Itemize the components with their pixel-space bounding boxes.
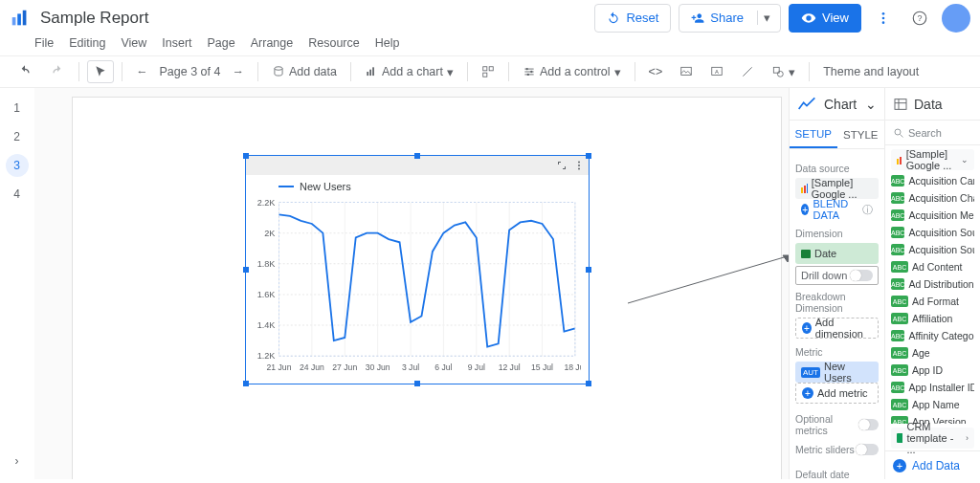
field-item[interactable]: ABCApp Installer ID [891, 379, 974, 396]
svg-text:1.8K: 1.8K [257, 259, 276, 269]
svg-text:30 Jun: 30 Jun [366, 362, 390, 372]
more-vert-icon[interactable] [573, 160, 585, 171]
drill-down-toggle[interactable] [850, 270, 873, 281]
redo-icon [50, 64, 65, 79]
selected-chart[interactable]: New Users 2.2K2K1.8K1.6K1.4K1.2K21 Jun24… [245, 155, 590, 384]
shape-button[interactable]: ▾ [766, 61, 801, 83]
optional-metrics-toggle[interactable] [858, 419, 879, 430]
field-item[interactable]: ABCAcquisition Sourc... [891, 241, 974, 258]
selection-tool[interactable] [87, 60, 114, 83]
svg-point-8 [275, 67, 282, 71]
eye-icon [801, 11, 816, 26]
pages-expand-button[interactable]: › [10, 450, 25, 472]
more-options-button[interactable] [869, 4, 898, 33]
text-button[interactable]: A [704, 61, 729, 82]
svg-rect-66 [895, 99, 906, 109]
expand-icon[interactable] [556, 160, 568, 171]
add-dimension-button[interactable]: +Add dimension [795, 318, 879, 339]
toolbar: ← Page 3 of 4 → Add data Add a chart ▾ A… [0, 55, 980, 88]
next-page-button[interactable]: → [226, 61, 250, 82]
svg-line-60 [628, 255, 789, 303]
image-icon [679, 65, 693, 78]
field-item[interactable]: ABCAge [891, 344, 974, 362]
svg-point-17 [527, 74, 529, 76]
page-thumb-1[interactable]: 1 [6, 97, 29, 120]
line-chart: 2.2K2K1.8K1.6K1.4K1.2K21 Jun24 Jun27 Jun… [250, 196, 581, 376]
svg-point-25 [578, 165, 580, 166]
field-item[interactable]: ABCAffiliation [891, 310, 974, 327]
page-thumb-4[interactable]: 4 [6, 183, 29, 206]
field-item[interactable]: ABCApp Name [891, 396, 974, 413]
dimension-chip[interactable]: Date [795, 243, 879, 264]
line-button[interactable] [735, 61, 760, 82]
image-button[interactable] [674, 61, 699, 82]
theme-layout-button[interactable]: Theme and layout [817, 61, 924, 82]
add-chart-button[interactable]: Add a chart ▾ [359, 61, 459, 83]
metric-sliders-toggle[interactable] [856, 444, 879, 455]
menu-editing[interactable]: Editing [69, 36, 105, 50]
document-title[interactable]: Sample Report [40, 9, 148, 28]
field-item[interactable]: ABCAffinity Category (... [891, 327, 974, 344]
field-item[interactable]: ABCAcquisition Source [891, 224, 974, 241]
svg-marker-61 [783, 255, 789, 262]
data-source-row[interactable]: [Sample] Google ...⌄ [891, 149, 974, 170]
field-search[interactable]: Search [885, 121, 980, 145]
svg-point-69 [895, 129, 901, 135]
embed-button[interactable]: <> [643, 61, 669, 82]
tab-setup[interactable]: SETUP [790, 121, 837, 148]
reset-button[interactable]: Reset [594, 4, 671, 33]
menu-view[interactable]: View [121, 36, 146, 50]
community-viz-button[interactable] [476, 61, 501, 82]
field-item[interactable]: ABCApp ID [891, 362, 974, 379]
metric-chip[interactable]: AUTNew Users [795, 362, 879, 383]
field-item[interactable]: ABCAd Format [891, 293, 974, 310]
page-thumb-3[interactable]: 3 [6, 154, 29, 177]
add-control-button[interactable]: Add a control ▾ [517, 61, 627, 83]
field-item[interactable]: ABCAcquisition Camp... [891, 172, 974, 189]
undo-button[interactable] [11, 60, 38, 83]
line-icon [741, 65, 754, 78]
svg-rect-71 [897, 159, 899, 165]
fields-list[interactable]: ABCAcquisition Camp...ABCAcquisition Cha… [885, 172, 980, 424]
cursor-icon [94, 65, 107, 78]
person-add-icon [691, 11, 704, 25]
svg-text:18 Jul: 18 Jul [564, 362, 581, 372]
field-item[interactable]: ABCAcquisition Mediu... [891, 207, 974, 224]
menu-file[interactable]: File [34, 36, 54, 50]
blend-data-button[interactable]: +BLEND DATAⓘ [795, 199, 879, 220]
svg-rect-0 [12, 17, 16, 25]
view-button[interactable]: View [789, 4, 861, 33]
share-button[interactable]: Share▾ [679, 4, 781, 33]
canvas-area[interactable]: New Users 2.2K2K1.8K1.6K1.4K1.2K21 Jun24… [34, 88, 789, 479]
field-item[interactable]: ABCAd Content [891, 258, 974, 275]
svg-point-15 [525, 68, 527, 70]
menu-insert[interactable]: Insert [162, 36, 191, 50]
svg-point-5 [882, 21, 885, 24]
add-metric-button[interactable]: +Add metric [795, 383, 879, 404]
field-item[interactable]: ABCAcquisition Chann... [891, 189, 974, 207]
field-item[interactable]: ABCAd Distribution Ne... [891, 275, 974, 293]
data-source-chip[interactable]: [Sample] Google ... [795, 178, 879, 199]
sliders-icon [523, 65, 536, 78]
svg-point-16 [530, 71, 532, 73]
help-button[interactable]: ? [905, 4, 934, 33]
tab-style[interactable]: STYLE [837, 121, 885, 148]
svg-rect-13 [489, 67, 493, 71]
drill-down-row[interactable]: Drill down [795, 266, 879, 285]
chevron-down-icon[interactable]: ⌄ [865, 97, 877, 112]
menu-help[interactable]: Help [375, 36, 400, 50]
account-avatar[interactable] [942, 4, 970, 33]
data-source-row-2[interactable]: CRM template - ...› [891, 428, 974, 449]
database-icon [272, 65, 285, 78]
text-icon: A [710, 65, 724, 78]
add-data-button[interactable]: Add data [266, 61, 343, 82]
prev-page-button[interactable]: ← [130, 61, 154, 82]
svg-text:1.4K: 1.4K [257, 320, 276, 330]
menu-arrange[interactable]: Arrange [251, 36, 293, 50]
redo-button[interactable] [44, 60, 71, 83]
svg-line-70 [901, 134, 903, 137]
add-data-button-panel[interactable]: +Add Data [885, 450, 980, 479]
menu-page[interactable]: Page [208, 36, 235, 50]
menu-resource[interactable]: Resource [308, 36, 360, 50]
page-thumb-2[interactable]: 2 [6, 125, 29, 148]
